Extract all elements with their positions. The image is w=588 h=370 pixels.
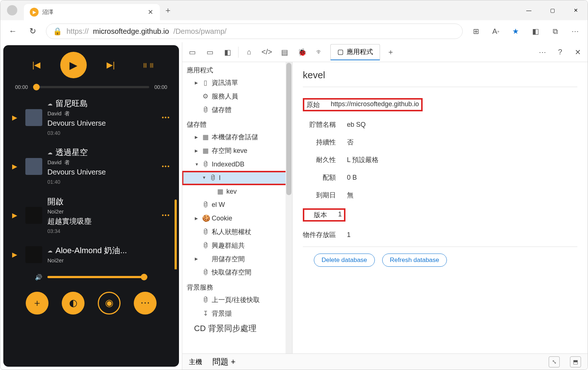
tree-local-storage[interactable]: ▶▦本機儲存會話儲 xyxy=(182,130,292,144)
play-icon: ▶ xyxy=(30,8,39,17)
storage-section-header: 儲存體 xyxy=(182,116,292,130)
close-devtools-button[interactable]: ✕ xyxy=(571,45,585,59)
tree-el-w[interactable]: 🛢el W xyxy=(182,198,292,212)
prev-track-button[interactable]: |◀ xyxy=(27,56,46,74)
next-track-button[interactable]: ▶| xyxy=(101,56,120,74)
volume-icon[interactable]: 🔊 xyxy=(35,274,42,281)
track-more-button[interactable]: ••• xyxy=(162,114,170,121)
track-more-button[interactable]: ••• xyxy=(162,163,170,170)
tree-interest-groups[interactable]: 🛢興趣群組共 xyxy=(182,239,292,252)
play-icon[interactable]: ▶ xyxy=(12,114,20,122)
database-icon: 🛢 xyxy=(209,173,216,183)
devtools-panel: ▭ ▭ ◧ ⌂ </> ▤ 🐞 ᯤ ▢ 應用程式 ＋ ⋯ ? ✕ 應用程式 ▶▯… xyxy=(182,42,588,370)
tree-background-fetch[interactable]: ↧背景擷 xyxy=(182,307,292,320)
inspect-icon[interactable]: ▭ xyxy=(185,45,199,59)
track-row[interactable]: ▶ 開啟 Noi2er 超越實境吸塵 03:34 ••• xyxy=(6,191,177,240)
browser-tab[interactable]: ▶ 沼澤 ✕ xyxy=(24,4,160,20)
play-icon[interactable]: ▶ xyxy=(12,162,20,170)
close-window-button[interactable]: ✕ xyxy=(564,3,588,18)
back-button[interactable]: ← xyxy=(6,25,19,38)
refresh-database-button[interactable]: Refresh database xyxy=(382,254,447,267)
cloud-icon: ☁ xyxy=(47,149,53,157)
delete-database-button[interactable]: Delete database xyxy=(314,254,375,267)
album-cover xyxy=(25,246,42,263)
drawer-issues-tab[interactable]: 問題 + xyxy=(212,356,236,367)
table-icon: ▦ xyxy=(202,132,209,143)
collections-icon[interactable]: ⧉ xyxy=(549,27,562,36)
play-icon[interactable]: ▶ xyxy=(12,251,20,259)
volume-slider[interactable] xyxy=(47,276,147,278)
tree-manifest[interactable]: ▶▯資訊清單 xyxy=(182,76,292,90)
album-cover xyxy=(25,207,42,224)
sources-tab-icon[interactable]: 🐞 xyxy=(295,45,309,59)
theme-button[interactable]: ◐ xyxy=(62,292,85,315)
table-icon: ▦ xyxy=(217,186,223,197)
tree-private-state[interactable]: 🛢私人狀態權杖 xyxy=(182,225,292,239)
window-icon: ▢ xyxy=(337,48,344,56)
track-list: ▶ ☁留尼旺島 David者 Devours Universe 03:40 ••… xyxy=(6,93,177,269)
device-icon[interactable]: ▭ xyxy=(203,45,217,59)
tree-service-workers[interactable]: ⚙服務人員 xyxy=(182,90,292,103)
dock-icon[interactable]: ◧ xyxy=(220,45,234,59)
database-icon: 🛢 xyxy=(202,240,209,251)
visualizer-icon[interactable]: ⫼⫼ xyxy=(142,61,155,69)
extensions-icon[interactable]: ⊞ xyxy=(469,27,483,36)
new-tab-button[interactable]: ＋ xyxy=(160,2,176,18)
tab-title: 沼澤 xyxy=(42,9,143,16)
tree-storage-keve[interactable]: ▶▦存空間 keve xyxy=(182,144,292,158)
gear-icon: ⚙ xyxy=(202,91,209,102)
record-button[interactable]: ◉ xyxy=(98,292,121,315)
play-button[interactable]: ▶ xyxy=(60,52,87,78)
add-button[interactable]: ＋ xyxy=(26,292,49,315)
maximize-button[interactable]: ▢ xyxy=(541,3,564,18)
tree-db-kev[interactable]: ▦kev xyxy=(182,185,292,198)
tree-bfcache[interactable]: 🛢上一頁/往後快取 xyxy=(182,293,292,307)
application-tree: 應用程式 ▶▯資訊清單 ⚙服務人員 🛢儲存體 儲存體 ▶▦本機儲存會話儲 ▶▦存… xyxy=(182,62,293,353)
address-bar: ← ↻ 🔒 https://microsoftedge.github.io/De… xyxy=(0,20,588,42)
application-tab[interactable]: ▢ 應用程式 xyxy=(330,44,380,60)
app-section-header: 應用程式 xyxy=(182,62,292,76)
play-icon[interactable]: ▶ xyxy=(12,211,20,219)
track-row[interactable]: ▶ ☁留尼旺島 David者 Devours Universe 03:40 ••… xyxy=(6,93,177,142)
favorite-icon[interactable]: ★ xyxy=(509,27,522,36)
reading-mode-icon[interactable]: A» xyxy=(489,27,502,36)
network-tab-icon[interactable]: ᯤ xyxy=(313,45,327,59)
track-row[interactable]: ▶ ☁透過星空 David者 Devours Universe 01:40 ••… xyxy=(6,142,177,191)
split-screen-icon[interactable]: ◧ xyxy=(529,27,542,36)
progress-slider[interactable] xyxy=(33,86,149,88)
drawer-expand-icon[interactable]: ⤡ xyxy=(549,356,560,367)
detail-title: kevel xyxy=(303,69,577,81)
elements-tab-icon[interactable]: </> xyxy=(260,45,274,59)
minimize-button[interactable]: — xyxy=(517,3,541,18)
drawer-dock-icon[interactable]: ⬒ xyxy=(570,356,581,367)
tree-storage-node[interactable]: 🛢儲存體 xyxy=(182,103,292,117)
menu-icon[interactable]: ⋯ xyxy=(569,27,582,36)
tree-db-l[interactable]: ▼🛢l xyxy=(182,171,292,185)
url-input[interactable]: 🔒 https://microsoftedge.github.io/Demos/… xyxy=(46,24,463,39)
tree-background-sync[interactable]: CD 背景同步處理 xyxy=(182,320,292,336)
more-tools-icon[interactable]: ⋯ xyxy=(535,45,549,59)
cloud-icon: ☁ xyxy=(47,247,53,255)
welcome-tab-icon[interactable]: ⌂ xyxy=(242,45,256,59)
tree-cookie[interactable]: ▶🍪Cookie xyxy=(182,212,292,225)
url-prefix: https:// xyxy=(67,27,89,36)
refresh-button[interactable]: ↻ xyxy=(26,25,39,38)
more-button[interactable]: ⋯ xyxy=(134,292,157,315)
track-more-button[interactable]: ••• xyxy=(162,212,170,219)
titlebar: ▶ 沼澤 ✕ ＋ — ▢ ✕ xyxy=(0,0,588,20)
database-icon: 🛢 xyxy=(202,105,209,115)
help-icon[interactable]: ? xyxy=(553,45,567,59)
scrollbar[interactable] xyxy=(286,62,292,353)
drawer-main-tab[interactable]: 主機 xyxy=(189,358,202,366)
table-icon: ▦ xyxy=(202,146,209,156)
tree-indexeddb[interactable]: ▼🛢IndexedDB xyxy=(182,158,292,171)
add-tab-button[interactable]: ＋ xyxy=(384,45,398,59)
database-icon: 🛢 xyxy=(202,159,209,170)
profile-button[interactable] xyxy=(0,0,24,20)
tree-cache-storage[interactable]: 🛢快取儲存空間 xyxy=(182,266,292,279)
close-tab-button[interactable]: ✕ xyxy=(147,8,154,16)
devtools-tabs: ▭ ▭ ◧ ⌂ </> ▤ 🐞 ᯤ ▢ 應用程式 ＋ ⋯ ? ✕ xyxy=(182,42,588,62)
track-row[interactable]: ▶ ☁Aloe-Almond 奶油... Noi2er xyxy=(6,240,177,269)
tree-usage-storage[interactable]: ▶用儲存空間 xyxy=(182,252,292,266)
console-tab-icon[interactable]: ▤ xyxy=(277,45,291,59)
